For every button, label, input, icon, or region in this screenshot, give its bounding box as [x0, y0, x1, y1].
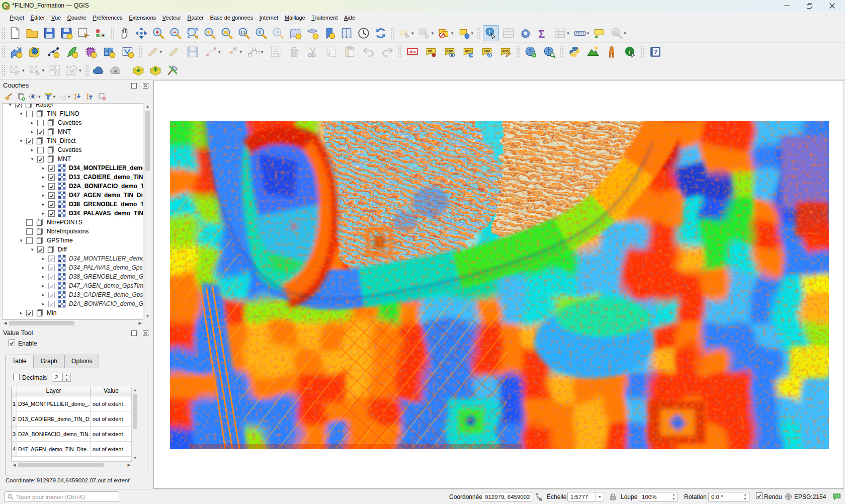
svg-text:i: i	[488, 29, 490, 35]
svg-text:ab: ab	[428, 49, 432, 53]
svg-text:1:1: 1:1	[240, 30, 246, 35]
svg-text:abc: abc	[408, 49, 416, 54]
svg-text:i: i	[628, 48, 630, 55]
svg-text:?: ?	[654, 49, 657, 55]
svg-text:Σ: Σ	[538, 28, 545, 40]
svg-text:abc: abc	[502, 49, 509, 53]
svg-text:a: a	[101, 31, 105, 39]
svg-text:abc: abc	[446, 49, 453, 53]
svg-text:ε: ε	[59, 94, 62, 99]
